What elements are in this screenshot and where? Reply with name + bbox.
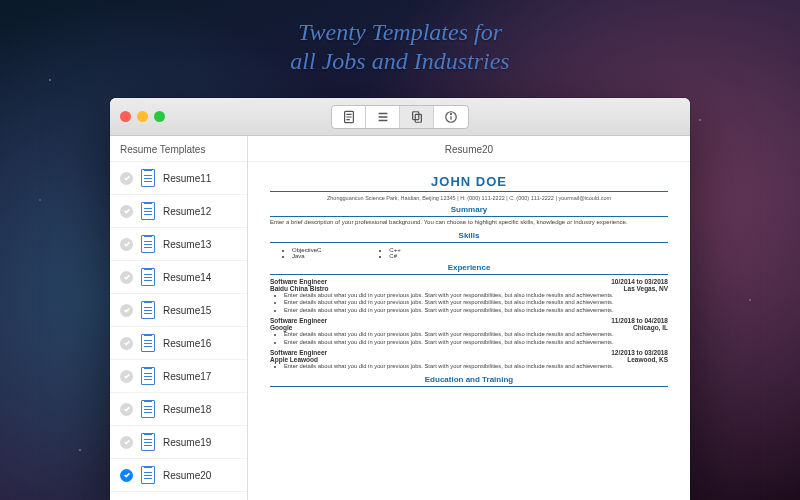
sidebar-item-label: Resume16	[163, 338, 211, 349]
marketing-tagline: Twenty Templates for all Jobs and Indust…	[0, 18, 800, 76]
job-bullets: Enter details about what you did in your…	[270, 292, 668, 315]
sidebar-item-resume17[interactable]: Resume17	[110, 360, 247, 393]
job-location: Leawood, KS	[627, 356, 668, 363]
tagline-line2: all Jobs and Industries	[0, 47, 800, 76]
skill-item: C++	[389, 247, 400, 253]
sidebar-item-resume19[interactable]: Resume19	[110, 426, 247, 459]
section-skills: Skills	[270, 231, 668, 243]
document-icon	[141, 466, 155, 484]
job-subheader: GoogleChicago, IL	[270, 324, 668, 331]
copy-icon[interactable]	[400, 106, 434, 128]
job-subheader: Baidu China BistroLas Vegas, NV	[270, 285, 668, 292]
document-icon	[141, 367, 155, 385]
job-company: Google	[270, 324, 292, 331]
document-icon	[141, 268, 155, 286]
skills-columns: ObjectiveCJava C++C#	[270, 245, 668, 259]
skill-item: Java	[292, 253, 321, 259]
sidebar-item-resume12[interactable]: Resume12	[110, 195, 247, 228]
checkmark-selected-icon[interactable]	[120, 469, 133, 482]
document-icon	[141, 400, 155, 418]
job-entry: Software Engineer12/2013 to 03/2018Apple…	[270, 349, 668, 371]
sidebar-item-resume13[interactable]: Resume13	[110, 228, 247, 261]
document-icon	[141, 169, 155, 187]
job-dates: 11/2018 to 04/2018	[611, 317, 668, 324]
sidebar-item-label: Resume11	[163, 173, 211, 184]
divider	[270, 191, 668, 192]
jobs-list: Software Engineer10/2014 to 03/2018Baidu…	[270, 278, 668, 371]
job-title: Software Engineer	[270, 349, 327, 356]
checkmark-icon[interactable]	[120, 436, 133, 449]
checkmark-icon[interactable]	[120, 304, 133, 317]
skill-item: C#	[389, 253, 400, 259]
sidebar: Resume Templates Resume11Resume12Resume1…	[110, 136, 248, 500]
checkmark-icon[interactable]	[120, 337, 133, 350]
sidebar-item-label: Resume14	[163, 272, 211, 283]
summary-text: Enter a brief description of your profes…	[270, 219, 668, 227]
job-header: Software Engineer11/2018 to 04/2018	[270, 317, 668, 324]
job-bullet: Enter details about what you did in your…	[284, 299, 668, 307]
section-experience: Experience	[270, 263, 668, 275]
app-window: Resume Templates Resume11Resume12Resume1…	[110, 98, 690, 500]
sidebar-item-label: Resume12	[163, 206, 211, 217]
sidebar-item-label: Resume15	[163, 305, 211, 316]
job-title: Software Engineer	[270, 278, 327, 285]
job-bullet: Enter details about what you did in your…	[284, 363, 668, 371]
document-icon	[141, 334, 155, 352]
checkmark-icon[interactable]	[120, 271, 133, 284]
sidebar-item-resume16[interactable]: Resume16	[110, 327, 247, 360]
svg-point-11	[450, 113, 451, 114]
job-bullet: Enter details about what you did in your…	[284, 307, 668, 315]
checkmark-icon[interactable]	[120, 370, 133, 383]
minimize-button[interactable]	[137, 111, 148, 122]
window-body: Resume Templates Resume11Resume12Resume1…	[110, 136, 690, 500]
titlebar	[110, 98, 690, 136]
zoom-button[interactable]	[154, 111, 165, 122]
skills-right: C++C#	[381, 247, 400, 259]
job-header: Software Engineer12/2013 to 03/2018	[270, 349, 668, 356]
sidebar-item-label: Resume17	[163, 371, 211, 382]
info-icon[interactable]	[434, 106, 468, 128]
job-bullet: Enter details about what you did in your…	[284, 339, 668, 347]
checkmark-icon[interactable]	[120, 205, 133, 218]
list-icon[interactable]	[366, 106, 400, 128]
sidebar-item-resume18[interactable]: Resume18	[110, 393, 247, 426]
checkmark-icon[interactable]	[120, 172, 133, 185]
toolbar	[331, 105, 469, 129]
sidebar-item-label: Resume18	[163, 404, 211, 415]
content-header: Resume20	[248, 136, 690, 162]
close-button[interactable]	[120, 111, 131, 122]
job-entry: Software Engineer10/2014 to 03/2018Baidu…	[270, 278, 668, 315]
sidebar-item-resume15[interactable]: Resume15	[110, 294, 247, 327]
job-location: Chicago, IL	[633, 324, 668, 331]
job-bullets: Enter details about what you did in your…	[270, 363, 668, 371]
job-header: Software Engineer10/2014 to 03/2018	[270, 278, 668, 285]
section-education: Education and Training	[270, 375, 668, 387]
checkmark-icon[interactable]	[120, 238, 133, 251]
checkmark-icon[interactable]	[120, 403, 133, 416]
job-dates: 12/2013 to 03/2018	[611, 349, 668, 356]
job-entry: Software Engineer11/2018 to 04/2018Googl…	[270, 317, 668, 346]
sidebar-item-resume20[interactable]: Resume20	[110, 459, 247, 492]
document-icon	[141, 301, 155, 319]
job-location: Las Vegas, NV	[624, 285, 668, 292]
window-controls	[120, 111, 165, 122]
resume-name: JOHN DOE	[270, 174, 668, 189]
skill-item: ObjectiveC	[292, 247, 321, 253]
job-bullet: Enter details about what you did in your…	[284, 331, 668, 339]
resume-page-icon[interactable]	[332, 106, 366, 128]
job-subheader: Apple LeawoodLeawood, KS	[270, 356, 668, 363]
sidebar-list[interactable]: Resume11Resume12Resume13Resume14Resume15…	[110, 162, 247, 500]
job-bullets: Enter details about what you did in your…	[270, 331, 668, 346]
sidebar-item-label: Resume20	[163, 470, 211, 481]
job-company: Apple Leawood	[270, 356, 318, 363]
resume-document[interactable]: JOHN DOE Zhongguancun Science Park, Haid…	[248, 162, 690, 500]
sidebar-title: Resume Templates	[110, 136, 247, 162]
sidebar-item-label: Resume13	[163, 239, 211, 250]
document-icon	[141, 235, 155, 253]
section-summary: Summary	[270, 205, 668, 217]
sidebar-item-resume11[interactable]: Resume11	[110, 162, 247, 195]
sidebar-item-resume14[interactable]: Resume14	[110, 261, 247, 294]
document-icon	[141, 433, 155, 451]
job-title: Software Engineer	[270, 317, 327, 324]
document-icon	[141, 202, 155, 220]
